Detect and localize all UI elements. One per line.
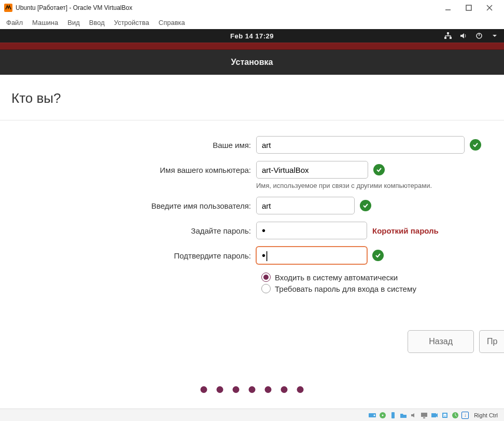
label-confirm: Подтвердите пароль: — [11, 251, 256, 260]
gnome-topbar: Feb 14 17:29 — [0, 29, 504, 43]
svg-rect-17 — [431, 413, 436, 417]
svg-rect-6 — [444, 37, 446, 39]
radio-row-autologin: Входить в систему автоматически — [261, 273, 493, 282]
audio-icon[interactable] — [410, 411, 418, 419]
svg-rect-2 — [466, 5, 471, 10]
display-icon[interactable] — [420, 411, 428, 419]
check-icon — [372, 250, 384, 261]
usb-icon[interactable] — [389, 411, 397, 419]
name-input[interactable] — [256, 136, 465, 154]
username-input[interactable] — [256, 197, 355, 214]
maximize-button[interactable] — [458, 1, 479, 15]
svg-text:V: V — [444, 414, 446, 417]
password-input[interactable] — [256, 222, 367, 239]
dot — [201, 386, 207, 393]
minimize-button[interactable] — [438, 1, 458, 15]
virtualbox-icon — [4, 4, 12, 12]
dot — [297, 386, 304, 393]
label-password: Задайте пароль: — [11, 226, 256, 235]
shared-folder-icon[interactable] — [399, 411, 408, 419]
svg-point-13 — [382, 414, 384, 416]
menu-view[interactable]: Вид — [67, 19, 80, 26]
menu-devices[interactable]: Устройства — [114, 19, 149, 26]
network-icon[interactable] — [444, 32, 452, 40]
menu-file[interactable]: Файл — [6, 19, 23, 26]
menu-input[interactable]: Ввод — [89, 19, 105, 26]
svg-rect-14 — [391, 412, 395, 418]
optical-icon[interactable] — [379, 411, 387, 419]
vb-statusbar: V ↓ Right Ctrl — [0, 409, 504, 421]
label-name: Ваше имя: — [11, 141, 256, 150]
continue-button[interactable]: Пр — [479, 330, 504, 353]
dot — [217, 386, 223, 393]
computer-input[interactable] — [256, 161, 368, 179]
processor-icon[interactable]: V — [441, 411, 449, 419]
installer-title: Установка — [231, 58, 273, 67]
radio-autologin[interactable] — [261, 273, 271, 282]
row-computer: Имя вашего компьютера: — [11, 161, 493, 179]
page-heading: Кто вы? — [11, 90, 493, 106]
back-button[interactable]: Назад — [408, 330, 474, 353]
mouse-integration-icon[interactable] — [451, 411, 459, 419]
user-form: Ваше имя: Имя вашего компьютера: Имя, ис… — [11, 136, 493, 264]
vb-menubar: Файл Машина Вид Ввод Устройства Справка — [0, 16, 504, 29]
check-icon — [360, 200, 371, 211]
recording-icon[interactable] — [430, 411, 439, 419]
radio-row-require: Требовать пароль для входа в систему — [261, 284, 493, 293]
row-password: Задайте пароль: Короткий пароль — [11, 222, 493, 239]
svg-rect-7 — [450, 37, 452, 39]
menu-help[interactable]: Справка — [159, 19, 185, 26]
hdd-icon[interactable] — [368, 411, 376, 419]
dot — [281, 386, 288, 393]
dot — [233, 386, 240, 393]
row-username: Введите имя пользователя: — [11, 197, 493, 214]
radio-autologin-label: Входить в систему автоматически — [275, 273, 398, 282]
label-computer: Имя вашего компьютера: — [11, 166, 256, 174]
volume-icon[interactable] — [459, 32, 468, 40]
label-username: Введите имя пользователя: — [11, 201, 256, 210]
installer-header: Установка — [0, 50, 504, 75]
svg-rect-16 — [423, 417, 425, 418]
window-title: Ubuntu [Работает] - Oracle VM VirtualBox — [16, 4, 132, 11]
menu-machine[interactable]: Машина — [32, 19, 58, 26]
hostkey-icon: ↓ — [461, 412, 469, 419]
dot — [265, 386, 272, 393]
button-row: Назад Пр — [408, 330, 504, 353]
svg-rect-15 — [421, 413, 427, 417]
topbar-datetime[interactable]: Feb 14 17:29 — [230, 32, 274, 40]
close-button[interactable] — [479, 1, 500, 15]
vb-titlebar: Ubuntu [Работает] - Oracle VM VirtualBox — [0, 0, 504, 16]
divider — [0, 120, 504, 120]
radio-require-password[interactable] — [261, 284, 271, 293]
accent-strip — [0, 43, 504, 50]
dot — [249, 386, 256, 393]
row-name: Ваше имя: — [11, 136, 493, 154]
check-icon — [373, 164, 385, 175]
password-warning: Короткий пароль — [372, 226, 439, 235]
power-icon[interactable] — [475, 32, 483, 40]
hostkey-label: Right Ctrl — [474, 412, 501, 418]
radio-require-label: Требовать пароль для входа в систему — [275, 284, 416, 293]
confirm-input[interactable] — [256, 247, 367, 264]
chevron-down-icon[interactable] — [491, 32, 499, 40]
check-icon — [470, 139, 481, 151]
progress-dots — [201, 386, 304, 393]
computer-hint: Имя, используемое при связи с другими ко… — [256, 182, 432, 189]
svg-point-11 — [374, 414, 375, 416]
row-confirm: Подтвердите пароль: — [11, 247, 493, 264]
svg-rect-5 — [447, 32, 449, 34]
installer-body: Кто вы? Ваше имя: Имя вашего компьютера:… — [0, 75, 504, 365]
